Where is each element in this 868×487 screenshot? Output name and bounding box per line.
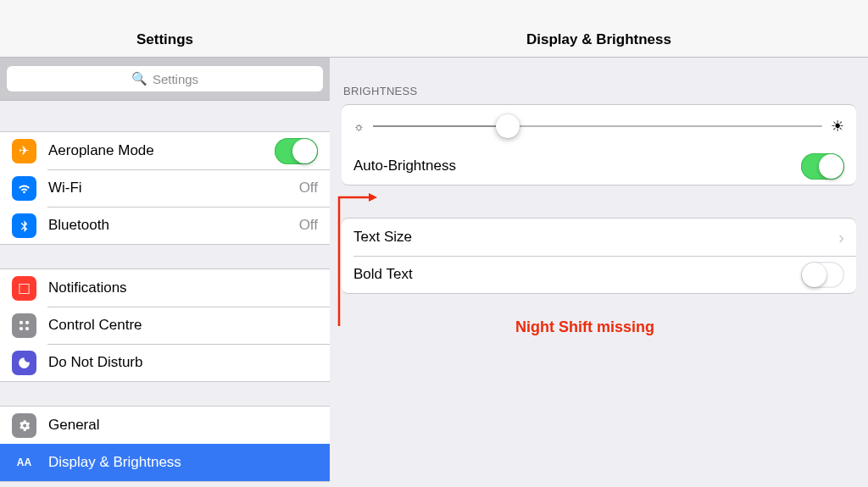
bold-text-label: Bold Text	[353, 266, 801, 283]
svg-point-1	[25, 320, 29, 324]
sidebar-item-wifi[interactable]: Wi-Fi Off	[0, 169, 330, 207]
sidebar-item-label: Do Not Disturb	[48, 354, 318, 371]
sidebar-group-general: General AA Display & Brightness	[0, 406, 330, 482]
bold-text-toggle[interactable]	[801, 262, 844, 288]
brightness-slider[interactable]	[373, 125, 822, 127]
sidebar-item-do-not-disturb[interactable]: Do Not Disturb	[0, 344, 330, 381]
slider-thumb[interactable]	[496, 114, 520, 138]
chevron-right-icon: ›	[838, 228, 844, 247]
slider-fill	[373, 125, 508, 127]
auto-brightness-row[interactable]: Auto-Brightness	[342, 147, 856, 185]
control-centre-icon	[12, 313, 36, 338]
annotation-label: Night Shift missing	[515, 318, 654, 336]
search-placeholder: Settings	[153, 72, 198, 86]
brightness-slider-row: ☼ ☀	[342, 105, 856, 147]
search-input[interactable]: 🔍 Settings	[7, 66, 323, 91]
svg-point-2	[19, 326, 23, 329]
search-icon: 🔍	[131, 71, 147, 86]
sidebar-item-label: Aeroplane Mode	[48, 142, 275, 159]
sidebar-item-label: Notifications	[48, 279, 318, 296]
brightness-panel: ☼ ☀ Auto-Brightness	[342, 104, 856, 185]
text-panel: Text Size › Bold Text	[342, 218, 856, 294]
notifications-icon: □	[12, 276, 36, 301]
text-size-row[interactable]: Text Size ›	[342, 219, 856, 256]
bluetooth-icon	[12, 213, 36, 238]
sidebar-item-label: Display & Brightness	[48, 454, 318, 471]
search-container: 🔍 Settings	[0, 58, 330, 101]
sidebar-group-alerts: □ Notifications Control Centre Do Not Di…	[0, 268, 330, 382]
do-not-disturb-icon	[12, 351, 36, 375]
sidebar-item-label: General	[48, 417, 318, 434]
sidebar-item-display-brightness[interactable]: AA Display & Brightness	[0, 444, 330, 481]
brightness-high-icon: ☀	[831, 117, 844, 136]
brightness-header: BRIGHTNESS	[330, 58, 868, 104]
sidebar-item-general[interactable]: General	[0, 407, 330, 444]
sidebar-title: Settings	[0, 0, 330, 58]
text-size-label: Text Size	[353, 229, 838, 246]
detail-title: Display & Brightness	[330, 0, 868, 58]
brightness-low-icon: ☼	[353, 119, 364, 133]
wifi-value: Off	[299, 180, 318, 196]
sidebar-item-label: Bluetooth	[48, 217, 299, 234]
svg-point-0	[19, 320, 23, 324]
wifi-icon	[12, 176, 36, 201]
bluetooth-value: Off	[299, 217, 318, 234]
sidebar-item-control-centre[interactable]: Control Centre	[0, 307, 330, 344]
sidebar-item-notifications[interactable]: □ Notifications	[0, 269, 330, 307]
bold-text-row[interactable]: Bold Text	[342, 256, 856, 293]
sidebar-item-label: Control Centre	[48, 317, 318, 334]
settings-sidebar: Settings 🔍 Settings ✈ Aeroplane Mode Wi-…	[0, 0, 330, 487]
sidebar-group-connectivity: ✈ Aeroplane Mode Wi-Fi Off Bluetooth Off	[0, 131, 330, 245]
detail-pane: Display & Brightness BRIGHTNESS ☼ ☀ Auto…	[330, 0, 868, 487]
display-icon: AA	[12, 451, 36, 475]
airplane-icon: ✈	[12, 139, 36, 163]
general-icon	[12, 413, 36, 438]
auto-brightness-toggle[interactable]	[801, 153, 844, 180]
svg-point-3	[25, 326, 29, 329]
sidebar-item-label: Wi-Fi	[48, 180, 299, 196]
aeroplane-toggle[interactable]	[275, 138, 318, 164]
auto-brightness-label: Auto-Brightness	[353, 158, 801, 174]
sidebar-item-aeroplane-mode[interactable]: ✈ Aeroplane Mode	[0, 132, 330, 169]
sidebar-item-bluetooth[interactable]: Bluetooth Off	[0, 207, 330, 244]
